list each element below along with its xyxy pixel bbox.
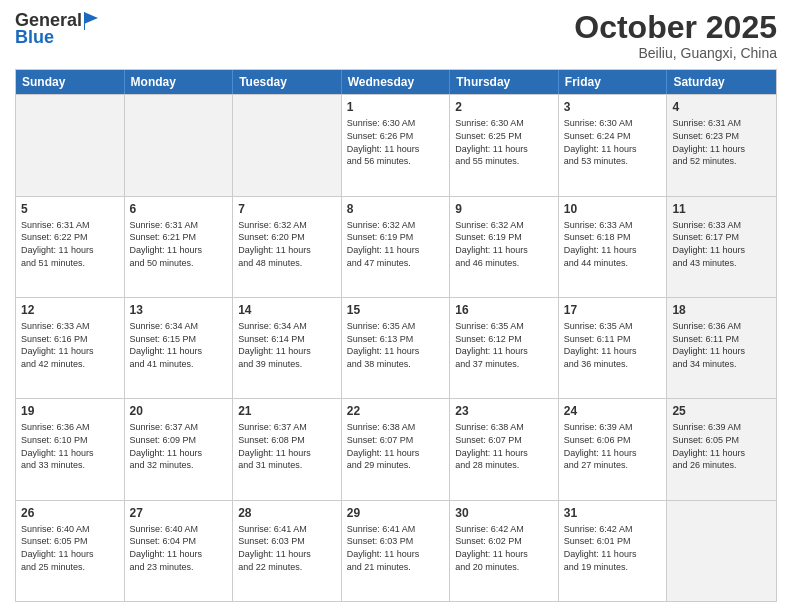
calendar-empty-cell xyxy=(16,95,125,195)
day-info: Sunrise: 6:31 AM Sunset: 6:22 PM Dayligh… xyxy=(21,219,119,269)
day-number: 31 xyxy=(564,505,662,521)
day-info: Sunrise: 6:36 AM Sunset: 6:11 PM Dayligh… xyxy=(672,320,771,370)
day-number: 20 xyxy=(130,403,228,419)
calendar-day-30: 30Sunrise: 6:42 AM Sunset: 6:02 PM Dayli… xyxy=(450,501,559,601)
calendar-day-27: 27Sunrise: 6:40 AM Sunset: 6:04 PM Dayli… xyxy=(125,501,234,601)
day-info: Sunrise: 6:30 AM Sunset: 6:26 PM Dayligh… xyxy=(347,117,445,167)
calendar-day-15: 15Sunrise: 6:35 AM Sunset: 6:13 PM Dayli… xyxy=(342,298,451,398)
title-block: October 2025 Beiliu, Guangxi, China xyxy=(574,10,777,61)
calendar-day-13: 13Sunrise: 6:34 AM Sunset: 6:15 PM Dayli… xyxy=(125,298,234,398)
day-number: 21 xyxy=(238,403,336,419)
day-number: 1 xyxy=(347,99,445,115)
calendar-header: SundayMondayTuesdayWednesdayThursdayFrid… xyxy=(16,70,776,94)
day-number: 6 xyxy=(130,201,228,217)
calendar-day-21: 21Sunrise: 6:37 AM Sunset: 6:08 PM Dayli… xyxy=(233,399,342,499)
calendar-day-1: 1Sunrise: 6:30 AM Sunset: 6:26 PM Daylig… xyxy=(342,95,451,195)
day-number: 13 xyxy=(130,302,228,318)
day-number: 26 xyxy=(21,505,119,521)
day-info: Sunrise: 6:42 AM Sunset: 6:02 PM Dayligh… xyxy=(455,523,553,573)
day-info: Sunrise: 6:36 AM Sunset: 6:10 PM Dayligh… xyxy=(21,421,119,471)
month-title: October 2025 xyxy=(574,10,777,45)
calendar-day-28: 28Sunrise: 6:41 AM Sunset: 6:03 PM Dayli… xyxy=(233,501,342,601)
calendar-day-18: 18Sunrise: 6:36 AM Sunset: 6:11 PM Dayli… xyxy=(667,298,776,398)
calendar-day-23: 23Sunrise: 6:38 AM Sunset: 6:07 PM Dayli… xyxy=(450,399,559,499)
day-info: Sunrise: 6:42 AM Sunset: 6:01 PM Dayligh… xyxy=(564,523,662,573)
svg-marker-0 xyxy=(84,12,98,24)
day-info: Sunrise: 6:33 AM Sunset: 6:16 PM Dayligh… xyxy=(21,320,119,370)
calendar-day-25: 25Sunrise: 6:39 AM Sunset: 6:05 PM Dayli… xyxy=(667,399,776,499)
day-number: 17 xyxy=(564,302,662,318)
day-info: Sunrise: 6:40 AM Sunset: 6:05 PM Dayligh… xyxy=(21,523,119,573)
day-header-saturday: Saturday xyxy=(667,70,776,94)
calendar-day-9: 9Sunrise: 6:32 AM Sunset: 6:19 PM Daylig… xyxy=(450,197,559,297)
day-number: 7 xyxy=(238,201,336,217)
calendar-day-2: 2Sunrise: 6:30 AM Sunset: 6:25 PM Daylig… xyxy=(450,95,559,195)
day-number: 27 xyxy=(130,505,228,521)
day-number: 12 xyxy=(21,302,119,318)
day-number: 11 xyxy=(672,201,771,217)
calendar-day-19: 19Sunrise: 6:36 AM Sunset: 6:10 PM Dayli… xyxy=(16,399,125,499)
calendar: SundayMondayTuesdayWednesdayThursdayFrid… xyxy=(15,69,777,602)
day-number: 24 xyxy=(564,403,662,419)
calendar-day-20: 20Sunrise: 6:37 AM Sunset: 6:09 PM Dayli… xyxy=(125,399,234,499)
calendar-day-17: 17Sunrise: 6:35 AM Sunset: 6:11 PM Dayli… xyxy=(559,298,668,398)
calendar-day-6: 6Sunrise: 6:31 AM Sunset: 6:21 PM Daylig… xyxy=(125,197,234,297)
day-info: Sunrise: 6:31 AM Sunset: 6:23 PM Dayligh… xyxy=(672,117,771,167)
day-info: Sunrise: 6:35 AM Sunset: 6:11 PM Dayligh… xyxy=(564,320,662,370)
day-info: Sunrise: 6:37 AM Sunset: 6:09 PM Dayligh… xyxy=(130,421,228,471)
day-info: Sunrise: 6:39 AM Sunset: 6:06 PM Dayligh… xyxy=(564,421,662,471)
day-number: 28 xyxy=(238,505,336,521)
calendar-empty-cell xyxy=(125,95,234,195)
calendar-body: 1Sunrise: 6:30 AM Sunset: 6:26 PM Daylig… xyxy=(16,94,776,601)
day-number: 30 xyxy=(455,505,553,521)
day-number: 22 xyxy=(347,403,445,419)
calendar-day-7: 7Sunrise: 6:32 AM Sunset: 6:20 PM Daylig… xyxy=(233,197,342,297)
location: Beiliu, Guangxi, China xyxy=(574,45,777,61)
calendar-day-16: 16Sunrise: 6:35 AM Sunset: 6:12 PM Dayli… xyxy=(450,298,559,398)
day-number: 2 xyxy=(455,99,553,115)
page-header: General Blue October 2025 Beiliu, Guangx… xyxy=(15,10,777,61)
day-number: 29 xyxy=(347,505,445,521)
day-number: 3 xyxy=(564,99,662,115)
calendar-empty-cell xyxy=(233,95,342,195)
day-info: Sunrise: 6:41 AM Sunset: 6:03 PM Dayligh… xyxy=(238,523,336,573)
calendar-day-8: 8Sunrise: 6:32 AM Sunset: 6:19 PM Daylig… xyxy=(342,197,451,297)
day-info: Sunrise: 6:32 AM Sunset: 6:20 PM Dayligh… xyxy=(238,219,336,269)
calendar-day-3: 3Sunrise: 6:30 AM Sunset: 6:24 PM Daylig… xyxy=(559,95,668,195)
day-number: 8 xyxy=(347,201,445,217)
day-info: Sunrise: 6:32 AM Sunset: 6:19 PM Dayligh… xyxy=(455,219,553,269)
calendar-day-14: 14Sunrise: 6:34 AM Sunset: 6:14 PM Dayli… xyxy=(233,298,342,398)
day-info: Sunrise: 6:37 AM Sunset: 6:08 PM Dayligh… xyxy=(238,421,336,471)
day-number: 23 xyxy=(455,403,553,419)
day-info: Sunrise: 6:33 AM Sunset: 6:18 PM Dayligh… xyxy=(564,219,662,269)
day-number: 10 xyxy=(564,201,662,217)
calendar-empty-cell xyxy=(667,501,776,601)
day-info: Sunrise: 6:34 AM Sunset: 6:15 PM Dayligh… xyxy=(130,320,228,370)
day-info: Sunrise: 6:41 AM Sunset: 6:03 PM Dayligh… xyxy=(347,523,445,573)
day-info: Sunrise: 6:39 AM Sunset: 6:05 PM Dayligh… xyxy=(672,421,771,471)
calendar-day-5: 5Sunrise: 6:31 AM Sunset: 6:22 PM Daylig… xyxy=(16,197,125,297)
calendar-row-3: 12Sunrise: 6:33 AM Sunset: 6:16 PM Dayli… xyxy=(16,297,776,398)
day-number: 14 xyxy=(238,302,336,318)
day-info: Sunrise: 6:34 AM Sunset: 6:14 PM Dayligh… xyxy=(238,320,336,370)
calendar-day-11: 11Sunrise: 6:33 AM Sunset: 6:17 PM Dayli… xyxy=(667,197,776,297)
calendar-row-1: 1Sunrise: 6:30 AM Sunset: 6:26 PM Daylig… xyxy=(16,94,776,195)
day-info: Sunrise: 6:35 AM Sunset: 6:12 PM Dayligh… xyxy=(455,320,553,370)
day-info: Sunrise: 6:30 AM Sunset: 6:24 PM Dayligh… xyxy=(564,117,662,167)
day-info: Sunrise: 6:35 AM Sunset: 6:13 PM Dayligh… xyxy=(347,320,445,370)
day-number: 15 xyxy=(347,302,445,318)
calendar-day-31: 31Sunrise: 6:42 AM Sunset: 6:01 PM Dayli… xyxy=(559,501,668,601)
logo-flag-icon xyxy=(84,12,106,30)
day-info: Sunrise: 6:30 AM Sunset: 6:25 PM Dayligh… xyxy=(455,117,553,167)
day-number: 16 xyxy=(455,302,553,318)
day-number: 4 xyxy=(672,99,771,115)
day-info: Sunrise: 6:32 AM Sunset: 6:19 PM Dayligh… xyxy=(347,219,445,269)
day-header-thursday: Thursday xyxy=(450,70,559,94)
logo: General Blue xyxy=(15,10,106,48)
day-number: 25 xyxy=(672,403,771,419)
calendar-day-4: 4Sunrise: 6:31 AM Sunset: 6:23 PM Daylig… xyxy=(667,95,776,195)
day-header-monday: Monday xyxy=(125,70,234,94)
calendar-row-4: 19Sunrise: 6:36 AM Sunset: 6:10 PM Dayli… xyxy=(16,398,776,499)
calendar-row-5: 26Sunrise: 6:40 AM Sunset: 6:05 PM Dayli… xyxy=(16,500,776,601)
calendar-day-12: 12Sunrise: 6:33 AM Sunset: 6:16 PM Dayli… xyxy=(16,298,125,398)
